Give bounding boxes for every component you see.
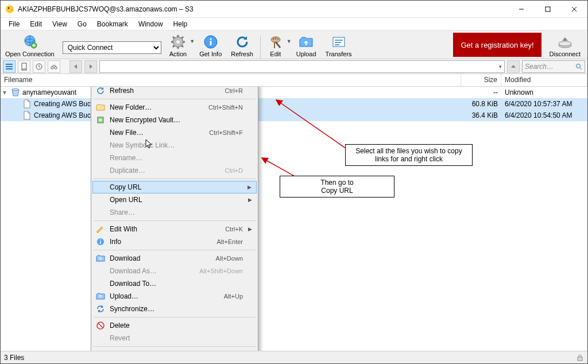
svg-point-24 xyxy=(277,38,278,40)
file-icon xyxy=(22,99,32,109)
menu-edit[interactable]: Edit xyxy=(25,19,47,29)
quick-connect-dropdown[interactable]: Quick Connect xyxy=(63,41,161,54)
search-input[interactable]: Search… xyxy=(522,60,585,73)
upload-button[interactable]: Upload xyxy=(292,30,321,59)
history-icon[interactable] xyxy=(33,60,45,73)
svg-point-9 xyxy=(176,40,180,44)
ctx-delete[interactable]: Delete xyxy=(92,319,257,332)
svg-point-39 xyxy=(577,64,581,68)
col-size[interactable]: Size xyxy=(461,74,501,86)
ctx-synchronize[interactable]: Synchronize… xyxy=(92,303,257,315)
get-info-button[interactable]: Get Info xyxy=(195,30,226,59)
bonjour-icon[interactable] xyxy=(48,60,60,73)
close-button[interactable] xyxy=(561,1,587,18)
svg-point-0 xyxy=(6,5,14,13)
svg-point-1 xyxy=(8,7,9,8)
ctx-open-url[interactable]: Open URL▶ xyxy=(92,193,257,206)
nav-forward-button[interactable] xyxy=(84,60,97,73)
nav-row: ▾ Search… xyxy=(1,59,587,74)
ctx-download-as: Download As…Alt+Shift+Down xyxy=(92,265,257,277)
svg-point-41 xyxy=(12,89,19,91)
menu-bar: File Edit View Go Bookmark Window Help xyxy=(1,18,587,30)
svg-point-19 xyxy=(210,38,211,40)
menu-file[interactable]: File xyxy=(4,19,24,29)
ctx-create-archive: Create Archive▶ xyxy=(92,348,257,351)
status-bar: 3 Files xyxy=(1,351,587,363)
svg-rect-25 xyxy=(274,42,275,48)
ctx-download-to[interactable]: Download To… xyxy=(92,277,257,290)
ctx-rename: Rename… xyxy=(92,152,257,164)
menu-go[interactable]: Go xyxy=(73,19,91,29)
ctx-new-file[interactable]: New File…Ctrl+Shift+F xyxy=(92,126,257,139)
svg-point-43 xyxy=(99,119,102,121)
svg-rect-45 xyxy=(100,241,101,244)
action-button[interactable]: Action xyxy=(165,30,192,59)
registration-banner[interactable]: Get a registration key! xyxy=(453,33,541,57)
action-dropdown-icon[interactable]: ▼ xyxy=(189,38,195,51)
svg-point-31 xyxy=(559,41,571,46)
svg-rect-3 xyxy=(546,7,550,11)
ctx-duplicate: Duplicate…Ctrl+D xyxy=(92,164,257,177)
ctx-info[interactable]: InfoAlt+Enter xyxy=(92,235,257,248)
ctx-new-vault[interactable]: New Encrypted Vault… xyxy=(92,114,257,126)
svg-point-37 xyxy=(51,66,53,68)
svg-line-17 xyxy=(173,45,175,47)
column-headers: Filename Size Modified xyxy=(1,74,587,87)
bookmarks-icon[interactable] xyxy=(18,60,30,73)
svg-point-21 xyxy=(271,37,280,42)
title-bar: AKIAZPHBFBUHBJCS7WOQ@s3.amazonaws.com – … xyxy=(1,1,587,18)
ctx-revert: Revert xyxy=(92,332,257,344)
file-row[interactable]: Creating AWS Bucket 36.4 KiB 6/4/2020 10… xyxy=(1,110,587,121)
ctx-share: Share… xyxy=(92,206,257,219)
svg-rect-51 xyxy=(578,357,582,361)
svg-point-46 xyxy=(100,239,101,241)
minimize-button[interactable] xyxy=(508,1,535,18)
file-row[interactable]: Creating AWS Bucket 60.8 KiB 6/4/2020 10… xyxy=(1,98,587,110)
ctx-copy-url[interactable]: Copy URL▶ xyxy=(92,181,257,193)
svg-point-23 xyxy=(274,38,276,40)
edit-button[interactable]: Edit xyxy=(263,30,288,59)
expand-icon[interactable]: ▾ xyxy=(3,88,11,96)
disconnect-button[interactable]: Disconnect xyxy=(545,30,585,59)
svg-line-16 xyxy=(181,37,183,38)
svg-line-14 xyxy=(173,37,175,38)
edit-dropdown-icon[interactable]: ▼ xyxy=(287,38,292,51)
status-text: 3 Files xyxy=(4,354,24,362)
nav-back-button[interactable] xyxy=(69,60,82,73)
path-dropdown[interactable]: ▾ xyxy=(99,60,505,73)
ctx-edit-with[interactable]: Edit WithCtrl+K▶ xyxy=(92,223,257,235)
menu-help[interactable]: Help xyxy=(169,19,192,29)
app-icon xyxy=(5,5,14,14)
ctx-new-folder[interactable]: New Folder…Ctrl+Shift+N xyxy=(92,101,257,114)
annotation-box: Then go toCopy URL xyxy=(280,176,394,198)
ctx-new-symlink: New Symbolic Link… xyxy=(92,139,257,152)
menu-window[interactable]: Window xyxy=(134,19,168,29)
svg-rect-33 xyxy=(6,66,13,67)
col-modified[interactable]: Modified xyxy=(501,74,587,86)
ctx-refresh[interactable]: RefreshCtrl+R xyxy=(92,87,257,97)
svg-line-15 xyxy=(181,45,183,47)
svg-point-38 xyxy=(55,66,57,68)
open-connection-button[interactable]: Open Connection xyxy=(1,30,59,59)
svg-point-22 xyxy=(272,38,274,40)
file-list: ▾ anynameyouwant -- Unknown Creating AWS… xyxy=(1,87,587,351)
ctx-upload[interactable]: Upload…Alt+Up xyxy=(92,290,257,303)
lock-icon xyxy=(576,354,584,362)
file-icon xyxy=(22,111,32,120)
menu-bookmark[interactable]: Bookmark xyxy=(92,19,133,29)
bucket-row[interactable]: ▾ anynameyouwant -- Unknown xyxy=(1,87,587,98)
col-filename[interactable]: Filename xyxy=(1,74,461,86)
ctx-download[interactable]: DownloadAlt+Down xyxy=(92,252,257,265)
svg-rect-32 xyxy=(6,64,13,65)
view-list-icon[interactable] xyxy=(3,60,16,73)
context-menu: RefreshCtrl+R New Folder…Ctrl+Shift+N Ne… xyxy=(91,87,258,351)
transfers-button[interactable]: Transfers xyxy=(321,30,357,59)
menu-view[interactable]: View xyxy=(48,19,72,29)
refresh-button[interactable]: Refresh xyxy=(226,30,258,59)
svg-rect-35 xyxy=(22,63,26,70)
bucket-icon xyxy=(11,88,20,97)
window-title: AKIAZPHBFBUHBJCS7WOQ@s3.amazonaws.com – … xyxy=(18,5,508,13)
maximize-button[interactable] xyxy=(535,1,561,18)
search-icon xyxy=(575,63,582,70)
nav-up-button[interactable] xyxy=(507,60,520,73)
